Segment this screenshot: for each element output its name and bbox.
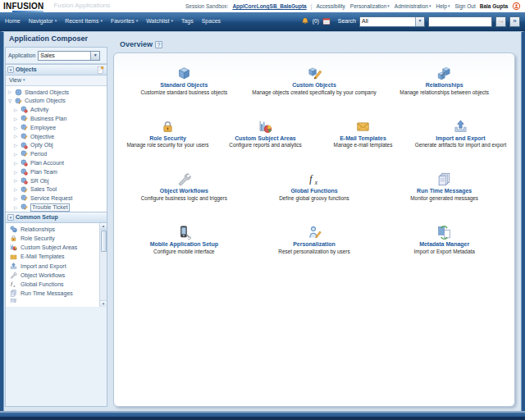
search-scope-select[interactable]: All ▼: [359, 16, 425, 27]
overview-item-link[interactable]: Import and Export: [436, 135, 485, 142]
overview-item-link[interactable]: Custom Subject Areas: [235, 135, 295, 142]
setup-item-relationships[interactable]: Relationships: [6, 225, 98, 234]
notifications-bell-icon[interactable]: [301, 17, 309, 25]
cube-icon[interactable]: [177, 66, 191, 80]
mobile-icon[interactable]: [177, 226, 191, 240]
tree-item-objective[interactable]: ▷Objective: [6, 132, 107, 141]
tree-expand-icon[interactable]: ▷: [14, 152, 20, 157]
import-export-icon[interactable]: [454, 120, 468, 134]
scrollbar[interactable]: ▲ ▼: [99, 223, 107, 307]
utility-link-accessibility[interactable]: Accessibility: [316, 3, 345, 9]
overview-item-link[interactable]: Personalization: [293, 241, 336, 248]
tree-item-custom-objects[interactable]: ▽Custom Objects: [6, 97, 107, 106]
tree-item-service-request[interactable]: ▷Service Request: [6, 194, 107, 203]
collapse-icon[interactable]: ▾: [7, 66, 14, 73]
setup-item-global-functions[interactable]: fxGlobal Functions: [6, 280, 98, 289]
chevron-down-icon: ▾: [100, 19, 103, 24]
tree-expand-icon[interactable]: ▷: [14, 196, 20, 201]
tree-item-trouble-ticket[interactable]: ▷Trouble Ticket: [6, 203, 107, 212]
metadata-icon[interactable]: [437, 226, 451, 240]
tree-expand-icon[interactable]: ▷: [14, 187, 20, 192]
chart-icon[interactable]: [258, 120, 272, 134]
scrollbar-thumb[interactable]: [101, 231, 107, 252]
nav-item-spaces[interactable]: Spaces: [202, 18, 221, 25]
utility-link-personalization[interactable]: Personalization▾: [350, 3, 390, 9]
setup-item-custom-subject-areas[interactable]: Custom Subject Areas: [6, 243, 98, 252]
utility-link-administration[interactable]: Administration▾: [395, 3, 431, 9]
user-avatar-icon[interactable]: [512, 2, 521, 11]
common-setup-panel-header[interactable]: ▾ Common Setup: [6, 212, 107, 223]
overview-item-link[interactable]: E-Mail Templates: [340, 135, 386, 142]
overview-item-link[interactable]: Standard Objects: [160, 82, 208, 89]
tree-item-plan-team[interactable]: ▷Plan Team: [6, 167, 107, 176]
utility-link-help[interactable]: Help▾: [436, 3, 450, 9]
tree-expand-icon[interactable]: ▽: [8, 98, 14, 103]
tree-expand-icon[interactable]: ▷: [14, 134, 20, 139]
tree-item-sales-tool[interactable]: ▷Sales Tool: [6, 185, 107, 194]
nav-item-home[interactable]: Home: [5, 18, 21, 25]
overview-item-link[interactable]: Relationships: [426, 82, 463, 89]
nav-item-favorites[interactable]: Favorites▾: [111, 18, 138, 25]
application-select[interactable]: Sales ▼: [38, 51, 100, 61]
overview-item-link[interactable]: Global Functions: [290, 188, 337, 194]
search-input[interactable]: [428, 16, 492, 27]
email-icon[interactable]: [356, 120, 370, 134]
nav-item-watchlist[interactable]: Watchlist▾: [146, 18, 173, 25]
setup-item-clipped[interactable]: [6, 299, 98, 303]
wrench-icon[interactable]: [177, 172, 191, 186]
tree-item-employee[interactable]: ▷Employee: [6, 123, 107, 132]
tree-item-sr-obj[interactable]: ▷SR Obj: [6, 176, 107, 185]
cubes-icon[interactable]: [437, 66, 451, 80]
objects-panel-header[interactable]: ▾ Objects: [6, 64, 107, 75]
overview-item-link[interactable]: Mobile Application Setup: [150, 241, 218, 248]
nav-item-recent-items[interactable]: Recent Items▾: [65, 18, 103, 25]
globe-dot-icon: [21, 177, 28, 185]
tree-expand-icon[interactable]: ▷: [14, 143, 20, 148]
cube-edit-icon[interactable]: [308, 66, 322, 80]
tree-expand-icon[interactable]: ▷: [14, 161, 20, 166]
advanced-search-button[interactable]: »: [509, 16, 520, 27]
setup-item-import-and-export[interactable]: Import and Export: [6, 262, 98, 271]
tree-expand-icon[interactable]: ▷: [8, 89, 14, 94]
lock-icon[interactable]: [161, 120, 175, 134]
search-go-button[interactable]: →: [495, 16, 506, 27]
pages-icon[interactable]: [437, 172, 451, 186]
tree-item-business-plan[interactable]: ▷Business Plan: [6, 114, 107, 123]
tree-expand-icon[interactable]: ▷: [14, 178, 20, 183]
help-icon[interactable]: ?: [155, 41, 162, 48]
tree-expand-icon[interactable]: ▷: [14, 116, 20, 121]
nav-item-navigator[interactable]: Navigator▾: [29, 18, 57, 25]
fx-icon[interactable]: fx: [308, 172, 322, 186]
tree-expand-icon[interactable]: ▷: [14, 107, 20, 112]
new-object-icon[interactable]: [96, 66, 105, 75]
scroll-down-icon[interactable]: ▼: [100, 300, 107, 307]
nav-item-tags[interactable]: Tags: [181, 18, 194, 25]
setup-item-role-security[interactable]: Role Security: [6, 234, 98, 243]
overview-item-description: Configure mobile interface: [153, 249, 215, 254]
setup-item-run-time-messages[interactable]: Run Time Messages: [6, 289, 98, 298]
overview-item-link[interactable]: Run Time Messages: [417, 188, 472, 194]
tree-item-plan-account[interactable]: ▷Plan Account: [6, 158, 107, 167]
collapse-icon[interactable]: ▾: [7, 214, 14, 221]
calendar-icon[interactable]: [322, 17, 331, 25]
nav-item-label: Recent Items: [65, 18, 98, 25]
utility-link-sign-out[interactable]: Sign Out: [454, 3, 475, 9]
overview-item-link[interactable]: Object Workflows: [160, 188, 208, 194]
overview-item-link[interactable]: Custom Objects: [292, 82, 336, 89]
tree-item-activity[interactable]: ▷Activity: [6, 106, 107, 115]
person-edit-icon[interactable]: [308, 226, 322, 240]
scroll-up-icon[interactable]: ▲: [100, 223, 107, 230]
tree-item-standard-objects[interactable]: ▷Standard Objects: [6, 88, 107, 97]
tree-item-opty-obj[interactable]: ▷Opty Obj: [6, 141, 107, 150]
session-sandbox-link[interactable]: ApplCoreLongSB_BalaGupta: [232, 3, 306, 9]
setup-item-object-workflows[interactable]: Object Workflows: [6, 271, 98, 280]
tree-expand-icon[interactable]: ▷: [14, 170, 20, 175]
tree-expand-icon[interactable]: ▷: [14, 126, 20, 130]
setup-item-e-mail-templates[interactable]: E-Mail Templates: [6, 253, 98, 262]
tree-item-period[interactable]: ▷Period: [6, 150, 107, 159]
overview-item-link[interactable]: Metadata Manager: [419, 241, 469, 248]
globe-dot-icon: [21, 106, 28, 113]
view-menu-button[interactable]: View ▾: [6, 75, 107, 86]
tree-expand-icon[interactable]: ▷: [14, 205, 20, 210]
overview-item-link[interactable]: Role Security: [149, 135, 186, 142]
